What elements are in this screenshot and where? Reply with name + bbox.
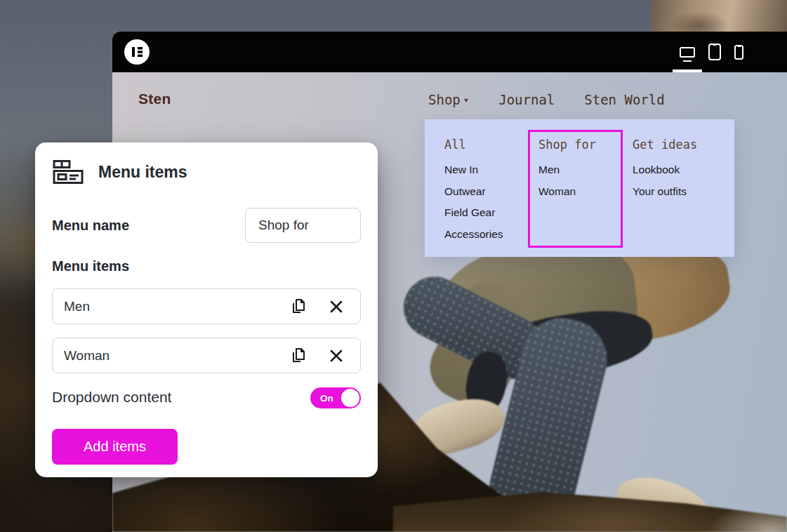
megamenu-column-get-ideas: Get ideas Lookbook Your outfits (633, 138, 697, 202)
menu-items-label: Menu items (52, 258, 129, 274)
copy-icon (291, 347, 306, 364)
remove-item-button[interactable] (328, 347, 345, 364)
mega-menu-widget-icon (52, 159, 84, 185)
menu-name-label: Menu name (52, 218, 129, 234)
toggle-on-label: On (320, 393, 333, 404)
dropdown-content-toggle[interactable]: On (310, 387, 361, 408)
megamenu-header[interactable]: Get ideas (633, 138, 697, 152)
nav-item-sten-world[interactable]: Sten World (584, 92, 664, 107)
add-items-button[interactable]: Add items (52, 429, 178, 465)
device-tablet-button[interactable] (708, 43, 721, 61)
megamenu-item[interactable]: Field Gear (444, 202, 503, 224)
megamenu-header[interactable]: Shop for (538, 138, 596, 152)
site-nav: Shop▾ Journal Sten World (428, 92, 665, 107)
menu-items-panel: Menu items Menu name Menu items (35, 142, 378, 477)
megamenu-item[interactable]: New In (444, 159, 503, 181)
menu-item-input[interactable] (64, 299, 269, 314)
duplicate-item-button[interactable] (290, 298, 307, 315)
nav-shop-label: Shop (428, 92, 461, 107)
panel-title: Menu items (98, 163, 187, 182)
menu-item-row (52, 288, 361, 324)
copy-icon (291, 298, 306, 314)
tablet-icon (708, 44, 721, 60)
site-logo[interactable]: Sten (138, 91, 171, 107)
remove-item-button[interactable] (328, 298, 345, 315)
device-switcher (680, 32, 743, 72)
menu-name-input[interactable] (245, 208, 361, 243)
caret-down-icon: ▾ (463, 94, 469, 105)
megamenu-item[interactable]: Men (538, 159, 596, 181)
screenshot-root: Sten Shop▾ Journal Sten World All New In… (0, 0, 787, 532)
panel-header: Menu items (52, 159, 187, 185)
megamenu-column-shop-for: Shop for Men Woman (538, 138, 596, 202)
megamenu-item[interactable]: Your outfits (633, 181, 697, 203)
menu-item-row (52, 338, 361, 373)
mega-menu-dropdown: All New In Outwear Field Gear Accessorie… (425, 119, 734, 257)
nav-item-shop[interactable]: Shop▾ (428, 92, 469, 107)
device-desktop-button[interactable] (680, 43, 695, 61)
megamenu-column-all: All New In Outwear Field Gear Accessorie… (444, 138, 503, 245)
close-icon (329, 349, 343, 363)
megamenu-item[interactable]: Woman (538, 181, 596, 203)
background-rock-corner (652, 0, 787, 32)
menu-item-input[interactable] (64, 348, 269, 364)
elementor-glyph (124, 39, 150, 65)
mobile-icon (734, 45, 743, 60)
site-header: Sten Shop▾ Journal Sten World (112, 72, 787, 121)
desktop-icon (680, 47, 695, 58)
megamenu-item[interactable]: Lookbook (633, 159, 697, 181)
editor-topbar (112, 32, 787, 72)
toggle-knob (341, 389, 359, 407)
megamenu-header[interactable]: All (444, 138, 503, 152)
nav-item-journal[interactable]: Journal (498, 92, 555, 107)
elementor-logo-icon[interactable] (124, 39, 150, 65)
close-icon (329, 300, 343, 314)
duplicate-item-button[interactable] (290, 347, 307, 364)
megamenu-item[interactable]: Accessories (444, 224, 503, 246)
device-mobile-button[interactable] (734, 43, 743, 61)
dropdown-content-label: Dropdown content (52, 389, 171, 406)
megamenu-item[interactable]: Outwear (444, 181, 503, 203)
